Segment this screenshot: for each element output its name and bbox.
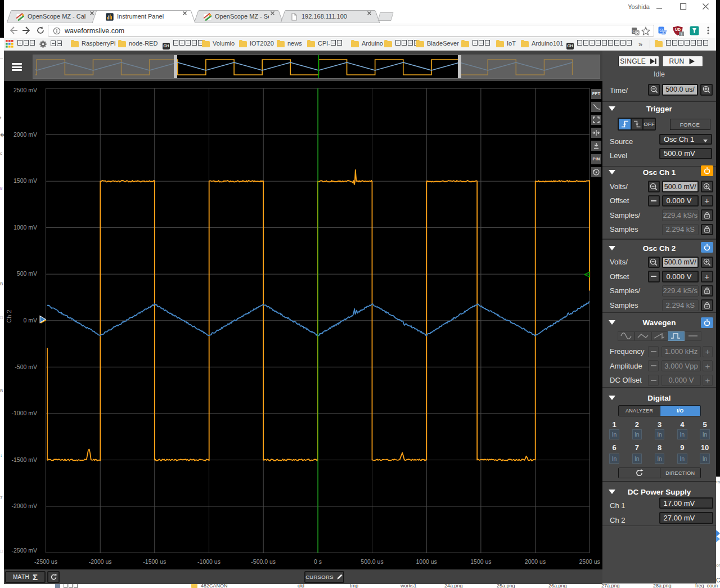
svg-text:-2000 mV: -2000 mV — [11, 502, 37, 509]
svg-text:0 mV: 0 mV — [23, 316, 37, 323]
svg-text:2000 mV: 2000 mV — [14, 131, 37, 137]
svg-text:1: 1 — [680, 32, 682, 37]
svg-text:-1000 mV: -1000 mV — [11, 410, 37, 416]
svg-text:1500 mV: 1500 mV — [14, 177, 37, 184]
svg-text:-500.0 us: -500.0 us — [251, 558, 276, 565]
svg-text:Ch 2: Ch 2 — [6, 309, 12, 322]
svg-text:-2000 us: -2000 us — [89, 558, 112, 565]
svg-text:-1000 us: -1000 us — [197, 558, 220, 565]
svg-text:500 mV: 500 mV — [17, 270, 37, 277]
svg-text:-1500 mV: -1500 mV — [11, 456, 37, 463]
svg-text:-2500 us: -2500 us — [34, 558, 57, 565]
svg-text:1000 mV: 1000 mV — [14, 223, 37, 230]
svg-text:-2500 mV: -2500 mV — [11, 546, 37, 553]
svg-text:2500 us: 2500 us — [579, 558, 600, 565]
svg-text:-1500 us: -1500 us — [143, 558, 166, 565]
svg-text:2500 mV: 2500 mV — [14, 87, 37, 93]
svg-text:1500 us: 1500 us — [470, 558, 491, 565]
svg-text:2000 us: 2000 us — [525, 558, 546, 565]
svg-text:1000 us: 1000 us — [416, 558, 437, 565]
svg-text:-500 mV: -500 mV — [15, 363, 37, 370]
svg-text:0 s: 0 s — [314, 558, 322, 565]
svg-text:500.0 us: 500.0 us — [361, 558, 383, 565]
